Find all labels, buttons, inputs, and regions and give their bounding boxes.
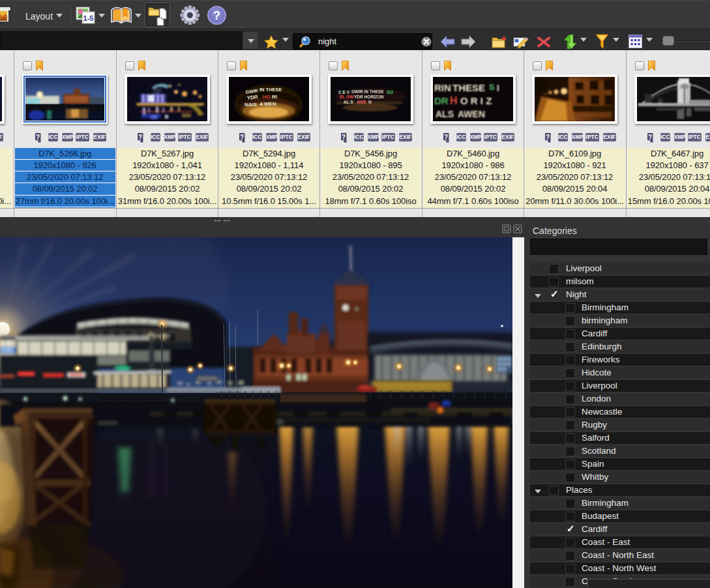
svg-text:AWE: AWE: [357, 100, 366, 104]
svg-text:YDR: YDR: [246, 94, 258, 101]
svg-text:N: N: [368, 100, 372, 104]
svg-text:H: H: [450, 95, 458, 106]
svg-text:?: ?: [213, 9, 220, 22]
svg-text:ALS: ALS: [436, 109, 454, 119]
svg-text:HO: HO: [263, 94, 271, 100]
svg-text:WEN: WEN: [264, 101, 276, 107]
svg-text:RI: RI: [272, 94, 277, 100]
svg-text:EL GW: EL GW: [340, 95, 354, 99]
svg-text:NAIS: NAIS: [244, 102, 258, 108]
svg-text:S: S: [489, 82, 495, 92]
svg-text:AWEN: AWEN: [458, 109, 485, 119]
svg-text:YDR HORIZON: YDR HORIZON: [354, 95, 384, 99]
svg-text:AL S: AL S: [344, 100, 353, 104]
svg-text:A: A: [259, 101, 263, 107]
svg-text:DR: DR: [434, 95, 449, 106]
svg-text:C E V: C E V: [338, 90, 350, 95]
svg-text:I: I: [497, 83, 499, 93]
svg-text:THESE: THESE: [452, 82, 485, 93]
svg-text:RIN: RIN: [434, 82, 451, 93]
svg-text:O R I Z: O R I Z: [460, 95, 492, 106]
svg-text:GO: GO: [387, 90, 393, 95]
svg-text:1-5: 1-5: [83, 14, 94, 22]
svg-text:GWIR IN THESE: GWIR IN THESE: [351, 89, 384, 94]
svg-text:IN THESE: IN THESE: [259, 87, 282, 93]
